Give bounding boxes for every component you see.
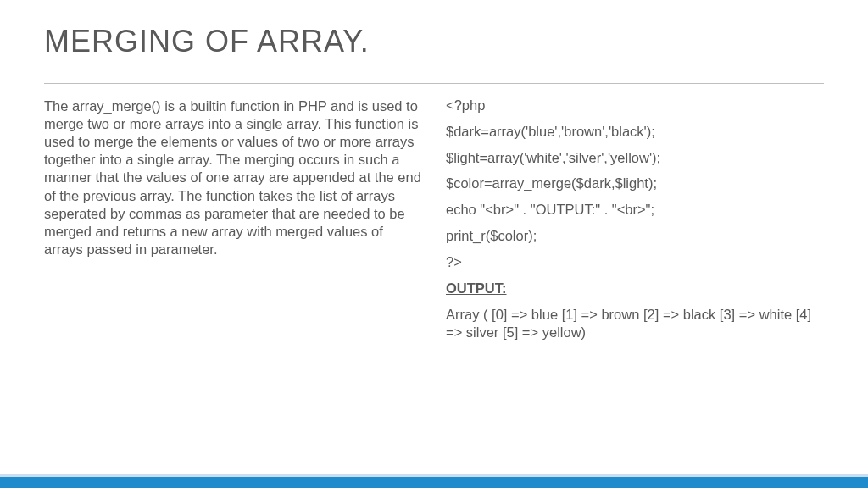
left-column: The array_merge() is a builtin function …	[44, 97, 422, 341]
accent-bar	[0, 474, 868, 488]
code-line: $dark=array('blue','brown','black');	[446, 124, 824, 141]
code-line: print_r($color);	[446, 228, 824, 245]
content-columns: The array_merge() is a builtin function …	[44, 97, 824, 341]
slide: MERGING OF ARRAY. The array_merge() is a…	[0, 0, 868, 488]
code-line: ?>	[446, 254, 824, 271]
right-column: <?php $dark=array('blue','brown','black'…	[446, 97, 824, 341]
title-divider	[44, 83, 824, 84]
output-text: Array ( [0] => blue [1] => brown [2] => …	[446, 306, 824, 341]
code-line: echo "<br>" . "OUTPUT:" . "<br>";	[446, 202, 824, 219]
code-line: $light=array('white','silver','yellow');	[446, 150, 824, 167]
output-label: OUTPUT:	[446, 280, 824, 297]
slide-title: MERGING OF ARRAY.	[44, 24, 824, 59]
code-line: <?php	[446, 97, 824, 114]
code-line: $color=array_merge($dark,$light);	[446, 175, 824, 192]
description-text: The array_merge() is a builtin function …	[44, 97, 422, 258]
